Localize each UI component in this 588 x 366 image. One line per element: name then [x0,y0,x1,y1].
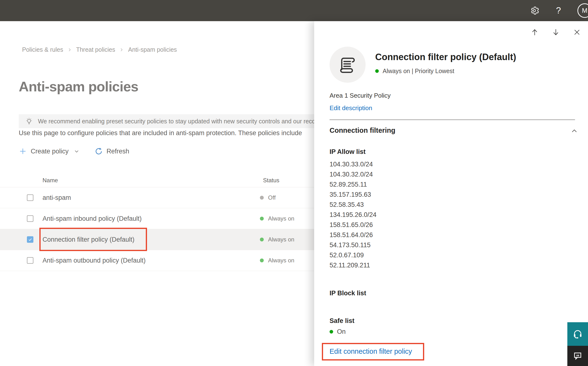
status-label: Off [268,194,276,201]
flyout-header: Connection filter policy (Default) Alway… [330,47,516,83]
create-policy-button[interactable]: Create policy [19,147,80,155]
breadcrumb-anti-spam-policies[interactable]: Anti-spam policies [128,46,177,53]
chevron-down-icon [74,148,80,154]
safe-list-heading: Safe list [330,317,354,325]
status-dot-off [260,196,264,200]
edit-description-link[interactable]: Edit description [330,104,372,112]
breadcrumb-threat-policies[interactable]: Threat policies [76,46,115,53]
settings-gear-icon[interactable] [529,6,539,16]
ip-entry: 134.195.26.0/24 [330,210,376,220]
lightbulb-icon [25,117,33,125]
app-window: ? M Policies & rules Threat policies Ant… [0,0,588,366]
ip-entry: 52.11.209.211 [330,260,376,270]
flyout-title-block: Connection filter policy (Default) Alway… [375,47,516,83]
policy-name[interactable]: anti-spam [43,194,71,201]
policy-name[interactable]: Anti-spam outbound policy (Default) [43,257,146,264]
row-checkbox[interactable] [27,257,33,264]
arrow-down-icon[interactable] [551,28,560,37]
red-highlight-box: Edit connection filter policy [322,343,424,360]
ip-entry: 158.51.64.0/26 [330,230,376,240]
policy-name[interactable]: Connection filter policy (Default) [43,236,134,243]
ip-entry: 158.51.65.0/26 [330,220,376,230]
status-dot-on [330,330,333,334]
status-cell: Always on [260,257,294,264]
help-icon[interactable]: ? [553,6,564,16]
flyout-title: Connection filter policy (Default) [375,52,516,62]
status-label: Always on [268,215,294,222]
plus-icon [19,147,27,155]
divider [330,120,575,120]
ip-entry: 52.0.67.109 [330,250,376,260]
status-label: Always on [268,236,294,243]
breadcrumb: Policies & rules Threat policies Anti-sp… [22,46,177,53]
feedback-button[interactable] [567,346,588,366]
scroll-policy-icon [338,55,357,74]
status-cell: Off [260,194,276,201]
ip-allow-list: 104.30.33.0/24 104.30.32.0/24 52.89.255.… [330,159,376,270]
row-checkbox[interactable] [27,215,33,222]
banner-text: We recommend enabling preset security po… [38,118,329,125]
refresh-icon [95,147,103,155]
refresh-button[interactable]: Refresh [95,147,129,155]
page-title: Anti-spam policies [19,78,138,94]
flyout-status-label: Always on | Priority Lowest [383,68,454,75]
column-header-status[interactable]: Status [263,177,279,184]
arrow-up-icon[interactable] [530,28,539,37]
page-intro-text: Use this page to configure policies that… [19,129,302,137]
breadcrumb-policies-rules[interactable]: Policies & rules [22,46,63,53]
close-icon[interactable] [573,28,581,37]
create-policy-label: Create policy [31,148,69,155]
flyout-nav [530,28,581,37]
feedback-chat-icon [573,351,583,361]
ip-entry: 104.30.32.0/24 [330,169,376,179]
edit-connection-filter-policy-link[interactable]: Edit connection filter policy [330,348,412,355]
ip-entry: 52.89.255.11 [330,179,376,190]
toolbar: Create policy Refresh [19,145,129,157]
ip-entry: 54.173.50.115 [330,240,376,250]
avatar-initial: M [582,7,588,15]
safe-list-value: On [337,328,346,336]
refresh-label: Refresh [107,148,129,155]
section-connection-filtering: Connection filtering [330,127,395,134]
safe-list-status: On [330,328,346,336]
status-dot-on [260,238,264,241]
status-dot-on [260,259,264,262]
headset-icon [572,328,583,340]
ip-allow-list-heading: IP Allow list [330,148,366,156]
flyout-status: Always on | Priority Lowest [375,68,516,75]
status-cell: Always on [260,236,294,243]
breadcrumb-separator-icon [119,47,124,53]
ip-entry: 104.30.33.0/24 [330,159,376,169]
ip-entry: 52.58.35.43 [330,200,376,210]
status-label: Always on [268,257,294,264]
breadcrumb-separator-icon [67,47,72,53]
policy-icon-circle [330,47,366,83]
column-header-name[interactable]: Name [43,177,58,184]
policy-description: Area 1 Security Policy [330,92,390,99]
help-glyph: ? [556,6,561,16]
status-dot-on [375,69,379,73]
support-button[interactable] [567,322,588,346]
status-cell: Always on [260,215,294,222]
topbar-actions: ? M [529,0,588,21]
policy-details-flyout: Connection filter policy (Default) Alway… [314,21,588,366]
chevron-up-icon[interactable] [571,128,578,136]
policy-name[interactable]: Anti-spam inbound policy (Default) [43,215,142,222]
ip-block-list-heading: IP Block list [330,290,366,297]
top-nav-bar: ? M [0,0,588,21]
status-dot-on [260,217,264,221]
account-avatar[interactable]: M [577,3,588,18]
row-checkbox-checked[interactable] [27,236,33,243]
row-checkbox[interactable] [27,195,33,201]
ip-entry: 35.157.195.63 [330,190,376,200]
